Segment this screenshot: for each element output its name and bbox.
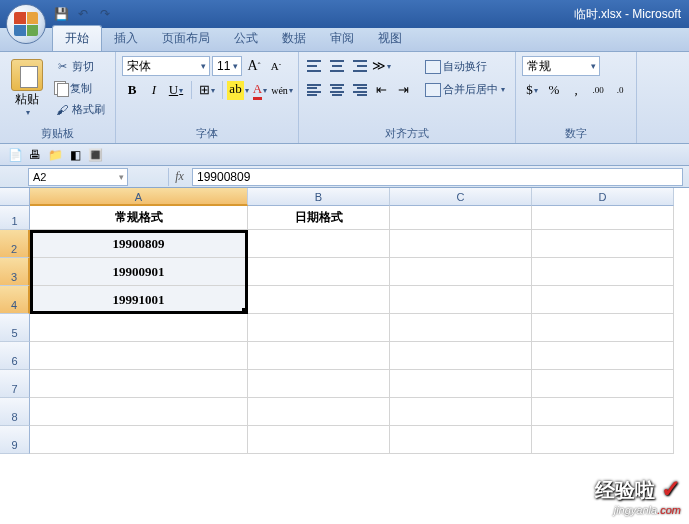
cut-button[interactable]: 剪切 <box>50 57 109 77</box>
tab-page-layout[interactable]: 页面布局 <box>150 26 222 51</box>
paste-button[interactable]: 粘贴 ▾ <box>6 56 48 120</box>
col-header-d[interactable]: D <box>532 188 674 206</box>
tb-icon-3[interactable]: 📁 <box>46 146 64 164</box>
office-button[interactable] <box>6 4 46 44</box>
increase-decimal-button[interactable]: .00 <box>588 80 608 100</box>
border-button[interactable]: ⊞▾ <box>197 80 217 100</box>
decrease-decimal-button[interactable]: .0 <box>610 80 630 100</box>
cell-c8[interactable] <box>390 398 532 426</box>
cell-a8[interactable] <box>30 398 248 426</box>
cell-d9[interactable] <box>532 426 674 454</box>
cell-c2[interactable] <box>390 230 532 258</box>
col-header-b[interactable]: B <box>248 188 390 206</box>
cell-c3[interactable] <box>390 258 532 286</box>
currency-button[interactable]: $▾ <box>522 80 542 100</box>
tab-home[interactable]: 开始 <box>52 25 102 51</box>
row-header-8[interactable]: 8 <box>0 398 30 426</box>
percent-button[interactable]: % <box>544 80 564 100</box>
bold-button[interactable]: B <box>122 80 142 100</box>
font-color-button[interactable]: A▾ <box>250 80 270 100</box>
tab-insert[interactable]: 插入 <box>102 26 150 51</box>
wrap-text-button[interactable]: 自动换行 <box>421 57 509 76</box>
cell-d2[interactable] <box>532 230 674 258</box>
merge-center-button[interactable]: 合并后居中▾ <box>421 80 509 99</box>
cell-d5[interactable] <box>532 314 674 342</box>
cell-b3[interactable] <box>248 258 390 286</box>
cell-b1[interactable]: 日期格式 <box>248 206 390 230</box>
cell-c7[interactable] <box>390 370 532 398</box>
col-header-a[interactable]: A <box>30 188 248 206</box>
cell-c9[interactable] <box>390 426 532 454</box>
select-all-corner[interactable] <box>0 188 30 206</box>
orientation-button[interactable]: ≫▾ <box>371 56 391 76</box>
cell-a4[interactable]: 19991001 <box>30 286 248 314</box>
increase-indent-button[interactable]: ⇥ <box>393 80 413 100</box>
row-header-7[interactable]: 7 <box>0 370 30 398</box>
cell-a6[interactable] <box>30 342 248 370</box>
cell-c6[interactable] <box>390 342 532 370</box>
cell-b4[interactable] <box>248 286 390 314</box>
comma-button[interactable]: , <box>566 80 586 100</box>
tb-icon-1[interactable]: 📄 <box>6 146 24 164</box>
align-bottom-button[interactable] <box>349 56 369 76</box>
tab-formulas[interactable]: 公式 <box>222 26 270 51</box>
tb-icon-4[interactable]: ◧ <box>66 146 84 164</box>
tb-icon-5[interactable]: 🔳 <box>86 146 104 164</box>
cell-c1[interactable] <box>390 206 532 230</box>
cell-d6[interactable] <box>532 342 674 370</box>
cell-d8[interactable] <box>532 398 674 426</box>
col-header-c[interactable]: C <box>390 188 532 206</box>
row-header-1[interactable]: 1 <box>0 206 30 230</box>
align-top-button[interactable] <box>305 56 325 76</box>
tab-data[interactable]: 数据 <box>270 26 318 51</box>
decrease-indent-button[interactable]: ⇤ <box>371 80 391 100</box>
copy-button[interactable]: 复制 <box>50 79 109 98</box>
cell-a2[interactable]: 19900809 <box>30 230 248 258</box>
row-header-2[interactable]: 2 <box>0 230 30 258</box>
cell-c5[interactable] <box>390 314 532 342</box>
cell-d3[interactable] <box>532 258 674 286</box>
qat-save-icon[interactable]: 💾 <box>52 5 70 23</box>
number-format-select[interactable]: 常规 <box>522 56 600 76</box>
row-header-4[interactable]: 4 <box>0 286 30 314</box>
cell-a5[interactable] <box>30 314 248 342</box>
align-left-button[interactable] <box>305 80 325 100</box>
align-center-button[interactable] <box>327 80 347 100</box>
italic-button[interactable]: I <box>144 80 164 100</box>
name-box[interactable]: A2 <box>28 168 128 186</box>
tab-view[interactable]: 视图 <box>366 26 414 51</box>
cell-a7[interactable] <box>30 370 248 398</box>
cell-a1[interactable]: 常规格式 <box>30 206 248 230</box>
tb-icon-2[interactable]: 🖶 <box>26 146 44 164</box>
font-size-select[interactable]: 11 <box>212 56 242 76</box>
cell-b6[interactable] <box>248 342 390 370</box>
cell-a9[interactable] <box>30 426 248 454</box>
underline-button[interactable]: U▾ <box>166 80 186 100</box>
tab-review[interactable]: 审阅 <box>318 26 366 51</box>
format-painter-button[interactable]: 格式刷 <box>50 100 109 120</box>
cell-d4[interactable] <box>532 286 674 314</box>
formula-input[interactable]: 19900809 <box>192 168 683 186</box>
cell-d7[interactable] <box>532 370 674 398</box>
align-middle-button[interactable] <box>327 56 347 76</box>
align-right-button[interactable] <box>349 80 369 100</box>
phonetic-button[interactable]: wén▾ <box>272 80 292 100</box>
cell-b8[interactable] <box>248 398 390 426</box>
row-header-6[interactable]: 6 <box>0 342 30 370</box>
grow-font-button[interactable]: Aˆ <box>244 56 264 76</box>
font-name-select[interactable]: 宋体 <box>122 56 210 76</box>
cell-a3[interactable]: 19900901 <box>30 258 248 286</box>
shrink-font-button[interactable]: Aˇ <box>266 56 286 76</box>
fx-button[interactable]: fx <box>168 168 190 186</box>
cell-c4[interactable] <box>390 286 532 314</box>
fill-color-button[interactable]: ab▾ <box>228 80 248 100</box>
cell-b5[interactable] <box>248 314 390 342</box>
qat-undo-icon[interactable]: ↶ <box>74 5 92 23</box>
row-header-5[interactable]: 5 <box>0 314 30 342</box>
row-header-3[interactable]: 3 <box>0 258 30 286</box>
qat-redo-icon[interactable]: ↷ <box>96 5 114 23</box>
cell-b7[interactable] <box>248 370 390 398</box>
cell-b9[interactable] <box>248 426 390 454</box>
row-header-9[interactable]: 9 <box>0 426 30 454</box>
cell-b2[interactable] <box>248 230 390 258</box>
